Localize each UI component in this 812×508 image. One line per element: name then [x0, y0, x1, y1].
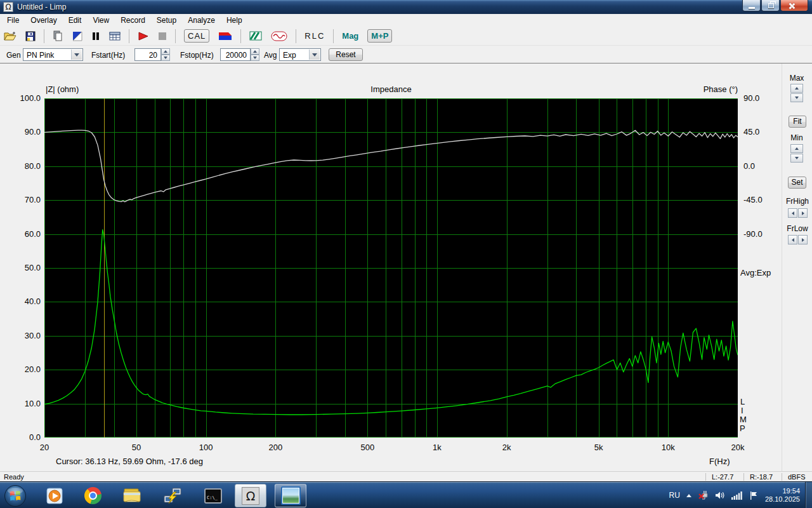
table-icon[interactable]: [109, 32, 121, 41]
axis-tick-label: 5k: [594, 443, 603, 452]
copy-icon[interactable]: [53, 30, 63, 41]
arrow-right-icon[interactable]: [798, 208, 808, 218]
toolbar-separator: [333, 29, 334, 43]
set-button[interactable]: Set: [788, 177, 806, 189]
start-button[interactable]: [1, 484, 29, 507]
avg-select[interactable]: Exp: [279, 48, 321, 61]
taskbar-chrome[interactable]: [77, 484, 108, 507]
menu-overlay[interactable]: Overlay: [25, 16, 62, 25]
menu-edit[interactable]: Edit: [63, 16, 88, 25]
file-transfer-icon: [163, 487, 182, 505]
axis-tick-label: 90.0: [13, 127, 41, 137]
arrow-left-icon[interactable]: [788, 208, 797, 218]
cal-button[interactable]: CAL: [184, 29, 209, 43]
show-desktop-button[interactable]: [805, 482, 812, 508]
menu-file[interactable]: File: [1, 16, 25, 25]
reset-button[interactable]: Reset: [329, 48, 363, 61]
menu-setup[interactable]: Setup: [151, 16, 182, 25]
limp-omega-icon: Ω: [242, 487, 259, 505]
arrow-right-icon[interactable]: [798, 235, 808, 244]
max-stepper[interactable]: [790, 84, 803, 102]
record-play-icon[interactable]: [138, 31, 149, 41]
fit-button[interactable]: Fit: [789, 116, 806, 128]
spinner-down-icon[interactable]: [251, 55, 259, 61]
max-label: Max: [785, 74, 808, 83]
axis-tick-label: 100.0: [13, 93, 41, 103]
clock[interactable]: 19:54 28.10.2025: [765, 487, 800, 504]
menu-view[interactable]: View: [87, 16, 115, 25]
axis-tick-label: 70.0: [13, 195, 41, 204]
media-player-icon: [46, 487, 63, 505]
menu-help[interactable]: Help: [221, 16, 248, 25]
impedance-plot[interactable]: [44, 98, 738, 438]
volume-icon[interactable]: [715, 490, 725, 500]
title-bar: Ω Untitled - Limp: [0, 0, 812, 14]
spinner-down-icon[interactable]: [790, 154, 803, 163]
language-indicator[interactable]: RU: [669, 491, 680, 500]
split-square-icon[interactable]: [72, 31, 82, 41]
fstart-input[interactable]: 20: [134, 48, 161, 61]
stop-icon[interactable]: [158, 32, 167, 41]
signal-strength-icon[interactable]: [731, 491, 743, 500]
generator-type-select[interactable]: PN Pink: [23, 48, 83, 61]
min-label: Min: [785, 133, 808, 142]
taskbar: C:\_ Ω RU: [0, 481, 812, 508]
restore-icon: [768, 3, 774, 8]
fstop-input[interactable]: 20000: [220, 48, 251, 61]
axis-tick-label: 50: [132, 443, 141, 452]
axis-tick-label: -90.0: [743, 229, 763, 239]
frlow-stepper[interactable]: [788, 235, 808, 244]
mag-phase-button[interactable]: M+P: [367, 29, 392, 43]
toolbar-separator: [296, 29, 296, 43]
axis-tick-label: 200: [268, 443, 282, 452]
network-disconnected-icon[interactable]: [698, 490, 709, 500]
taskbar-explorer[interactable]: [116, 484, 148, 507]
save-icon[interactable]: [25, 31, 36, 41]
sine-wave-icon[interactable]: [271, 31, 287, 41]
explorer-folder-icon: [122, 488, 141, 504]
rlc-button[interactable]: RLC: [304, 31, 325, 41]
close-button[interactable]: [780, 0, 808, 11]
frhigh-label: FrHigh: [784, 197, 811, 206]
spinner-up-icon[interactable]: [161, 48, 170, 55]
fstop-value: 20000: [226, 51, 247, 60]
limp-watermark: M: [740, 415, 747, 424]
tray-time: 19:54: [782, 487, 800, 495]
axis-tick-label: 500: [360, 443, 374, 452]
toolbar-separator: [129, 29, 129, 43]
axis-tick-label: 0.0: [13, 432, 41, 442]
open-folder-icon[interactable]: [4, 31, 16, 41]
menu-record[interactable]: Record: [115, 16, 151, 25]
axis-tick-label: 80.0: [13, 161, 41, 171]
limp-application-window: Ω Untitled - Limp File Overlay Edit View…: [0, 0, 812, 508]
spinner-down-icon[interactable]: [161, 55, 170, 61]
restore-button[interactable]: [761, 0, 780, 11]
action-center-flag-icon[interactable]: [749, 491, 758, 500]
minimize-button[interactable]: [742, 0, 761, 11]
spinner-up-icon[interactable]: [790, 144, 803, 153]
fstart-stepper[interactable]: [161, 48, 170, 61]
mag-button[interactable]: Mag: [342, 31, 358, 41]
pause-icon[interactable]: [91, 32, 100, 41]
spinner-up-icon[interactable]: [790, 84, 803, 93]
taskbar-media-player[interactable]: [39, 484, 70, 507]
spinner-down-icon[interactable]: [790, 93, 803, 102]
red-blue-bars-icon[interactable]: [218, 32, 232, 41]
taskbar-file-transfer[interactable]: [157, 484, 188, 507]
hidden-icons-chevron-icon[interactable]: [686, 494, 691, 497]
minimize-icon: [749, 7, 755, 9]
status-bar: Ready L:-27.7 R:-18.7 dBFS: [0, 471, 812, 482]
diagonal-pattern-icon[interactable]: [249, 31, 262, 41]
taskbar-command-prompt[interactable]: C:\_: [197, 484, 229, 507]
min-stepper[interactable]: [790, 144, 803, 163]
axis-tick-label: 40.0: [13, 297, 41, 306]
menu-analyze[interactable]: Analyze: [182, 16, 221, 25]
arrow-left-icon[interactable]: [788, 235, 797, 244]
taskbar-limp-active[interactable]: Ω: [235, 484, 266, 507]
axis-tick-label: 0.0: [743, 161, 755, 171]
spinner-up-icon[interactable]: [251, 48, 259, 55]
taskbar-image-viewer[interactable]: [275, 484, 306, 507]
fstop-stepper[interactable]: [251, 48, 259, 61]
frhigh-stepper[interactable]: [788, 208, 808, 218]
chevron-down-icon: [71, 50, 82, 60]
